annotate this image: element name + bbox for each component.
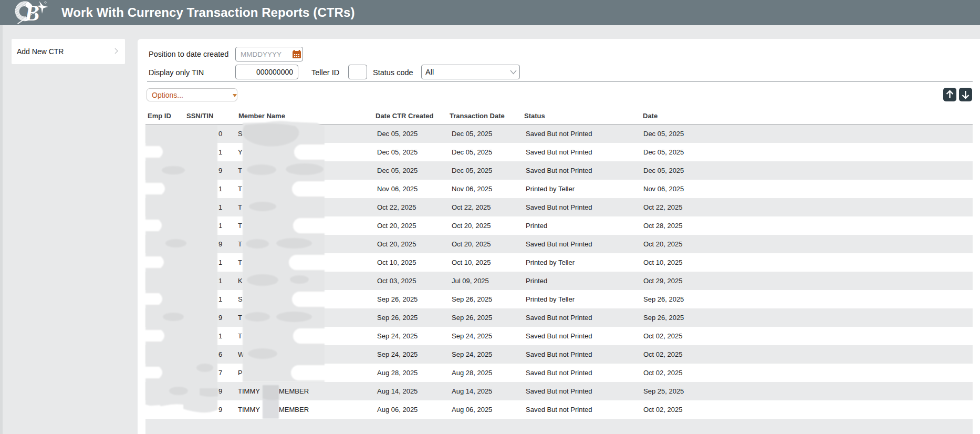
svg-text:B: B xyxy=(24,1,39,25)
